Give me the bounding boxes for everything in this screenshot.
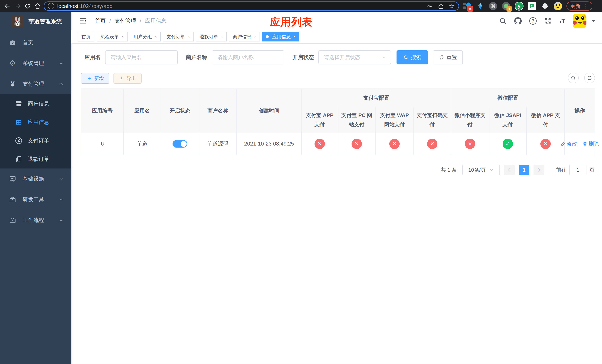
tag-tabs-bar: 首页 流程表单× 用户分组× 支付订单× 退款订单× 商户信息× 应用信息× (71, 30, 602, 44)
toolbox-icon (9, 196, 17, 203)
wechat-jsapi-status-icon: ✓ (503, 139, 513, 149)
page-size-select[interactable]: 10条/页 (462, 165, 500, 175)
home-icon[interactable] (32, 1, 43, 11)
tab-refund-orders[interactable]: 退款订单× (196, 32, 227, 42)
tab-process-form[interactable]: 流程表单× (97, 32, 128, 42)
extension-badge: 1 (506, 6, 512, 12)
collapse-sidebar-icon[interactable] (79, 17, 87, 25)
refresh-button[interactable] (584, 73, 595, 83)
sidebar-item-system[interactable]: ⚙ 系统管理 (0, 53, 71, 74)
close-icon[interactable]: × (221, 34, 223, 39)
col-header-alipay-app: 支付宝 APP 支付 (301, 107, 338, 133)
bookmark-star-icon[interactable]: ☆ (449, 3, 455, 10)
yen-circle-icon: ¥ (14, 137, 23, 144)
col-header-actions: 操作 (565, 89, 595, 133)
close-icon[interactable]: × (254, 34, 256, 39)
page-number-button[interactable]: 1 (519, 165, 529, 175)
sidebar-item-infrastructure[interactable]: 基础设施 (0, 169, 71, 189)
extension-command-icon[interactable]: ⌘ (489, 2, 498, 11)
document-icon (14, 156, 23, 163)
font-size-icon[interactable]: тT (559, 17, 565, 25)
monitor-chart-icon (9, 175, 17, 182)
fullscreen-icon[interactable] (544, 17, 552, 25)
breadcrumb-payment[interactable]: 支付管理 (115, 17, 136, 25)
chevron-down-icon (58, 61, 64, 66)
sidebar-item-merchant-info[interactable]: 商户信息 (0, 95, 71, 113)
chevron-up-icon (58, 81, 64, 87)
address-bar[interactable]: i localhost:1024/pay/app ☆ (44, 1, 459, 11)
edit-link[interactable]: 修改 (560, 140, 577, 147)
sidebar-item-workflow[interactable]: 工作流程 (0, 210, 71, 231)
chevron-down-icon (58, 218, 64, 223)
extension-recorder-icon[interactable]: 1 (502, 2, 511, 11)
password-key-icon[interactable] (427, 3, 433, 9)
col-header-alipay-pc: 支付宝 PC 网站支付 (338, 107, 376, 133)
close-icon[interactable]: × (293, 34, 296, 39)
close-icon[interactable]: × (155, 34, 157, 39)
extension-grid-icon[interactable]: 10 (463, 2, 472, 11)
reset-button[interactable]: 重置 (433, 50, 463, 64)
add-button[interactable]: ＋ 新增 (81, 73, 109, 84)
pagination-total: 共 1 条 (441, 166, 457, 173)
profile-emoji-icon[interactable] (553, 2, 562, 11)
status-select[interactable] (318, 50, 391, 64)
sidebar-item-dev-tools[interactable]: 研发工具 (0, 189, 71, 210)
cell-app-name: 芋道 (123, 133, 161, 155)
tab-pay-orders[interactable]: 支付订单× (163, 32, 194, 42)
chevron-down-icon (489, 168, 494, 172)
breadcrumb-home[interactable]: 首页 (95, 17, 106, 25)
chevron-down-icon[interactable] (591, 20, 596, 22)
forward-icon[interactable] (13, 1, 22, 11)
extension-kite-icon[interactable] (476, 2, 485, 11)
close-icon[interactable]: × (188, 34, 190, 39)
sidebar-item-home[interactable]: 首页 (0, 32, 71, 53)
prev-page-button[interactable] (504, 165, 515, 175)
tab-home[interactable]: 首页 (78, 32, 94, 42)
gear-icon: ⚙ (9, 59, 17, 67)
export-button[interactable]: 导出 (113, 73, 142, 84)
sidebar-item-payment[interactable]: ¥ 支付管理 (0, 74, 71, 95)
share-icon[interactable] (438, 3, 444, 9)
site-info-icon[interactable]: i (48, 3, 54, 9)
pen-icon (560, 141, 566, 146)
alipay-qr-status-icon: ✕ (427, 139, 437, 149)
goto-page-input[interactable] (570, 165, 586, 175)
user-avatar[interactable] (573, 14, 586, 28)
merchant-name-input[interactable] (212, 50, 284, 64)
help-icon[interactable]: ? (529, 17, 537, 25)
col-header-wechat-mini: 微信小程序支付 (451, 107, 489, 133)
extensions-puzzle-icon[interactable] (540, 2, 549, 11)
pagination: 共 1 条 10条/页 1 前往 页 (81, 165, 595, 175)
close-icon[interactable]: × (121, 34, 124, 39)
tab-user-group[interactable]: 用户分组× (130, 32, 161, 42)
col-group-wechat: 微信配置 (451, 89, 565, 107)
col-header-alipay-wap: 支付宝 WAP 网站支付 (376, 107, 413, 133)
app-name-input[interactable] (105, 50, 178, 64)
app-name-label: 应用名 (85, 54, 101, 61)
page-unit-label: 页 (589, 166, 595, 173)
back-icon[interactable] (3, 1, 13, 11)
browser-update-button[interactable]: 更新 ⋮ (567, 1, 592, 11)
search-button[interactable]: 搜索 (397, 50, 428, 64)
sidebar-item-refund-orders[interactable]: 退款订单 (0, 150, 71, 169)
sidebar-item-app-info[interactable]: 应用信息 (0, 113, 71, 131)
browser-menu-icon[interactable]: ⋮ (583, 3, 589, 9)
extension-icons: 10 ⌘ 1 y (463, 2, 562, 11)
search-icon[interactable] (499, 17, 507, 25)
reload-icon[interactable] (22, 1, 32, 11)
extension-y-icon[interactable]: y (515, 2, 524, 11)
extension-notes-icon[interactable] (527, 2, 537, 11)
github-icon[interactable] (514, 17, 522, 25)
alipay-wap-status-icon: ✕ (389, 139, 400, 149)
delete-link[interactable]: 删除 (582, 140, 599, 147)
next-page-button[interactable] (534, 165, 544, 175)
col-header-created: 创建时间 (236, 89, 301, 133)
app-logo-row[interactable]: 🐰 芋道管理系统 (0, 12, 71, 31)
goto-label: 前往 (556, 166, 567, 173)
sidebar-item-pay-orders[interactable]: ¥ 支付订单 (0, 131, 71, 150)
breadcrumb: 首页 / 支付管理 / 应用信息 (95, 17, 166, 25)
tab-app-info[interactable]: 应用信息× (262, 32, 299, 42)
tab-merchant-info[interactable]: 商户信息× (229, 32, 260, 42)
toggle-search-button[interactable] (568, 73, 579, 83)
status-toggle[interactable] (172, 140, 187, 148)
